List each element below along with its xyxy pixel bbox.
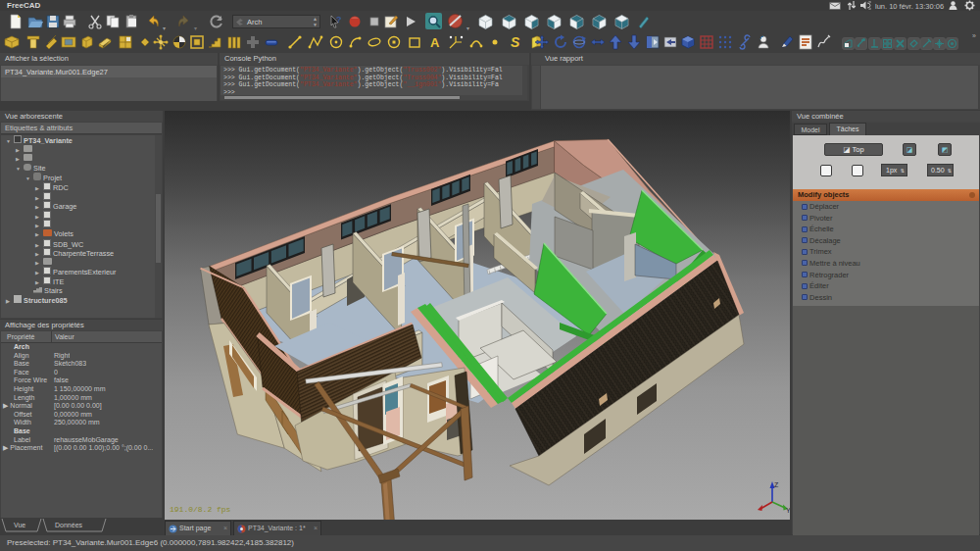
svg-text:Données: Données <box>55 522 83 528</box>
svg-text:Z: Z <box>774 481 779 488</box>
svg-text:191.0/8.2 fps: 191.0/8.2 fps <box>170 505 231 514</box>
svg-text:A: A <box>430 35 440 50</box>
svg-text:Vue: Vue <box>14 522 25 528</box>
svg-text:Y: Y <box>786 507 790 514</box>
svg-text:?: ? <box>336 15 342 25</box>
svg-text:S: S <box>511 34 520 50</box>
